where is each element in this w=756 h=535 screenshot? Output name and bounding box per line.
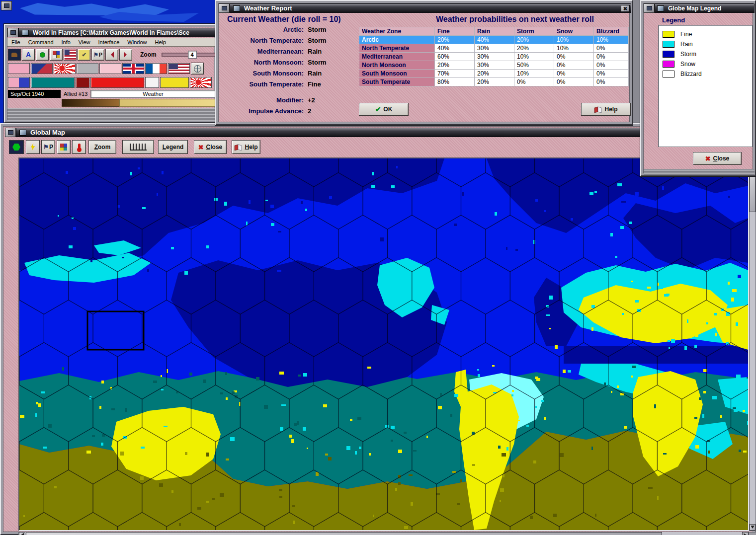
zoom-slider[interactable]: 4 bbox=[162, 53, 219, 57]
menu-command[interactable]: Command bbox=[24, 38, 58, 46]
close-map-button[interactable]: ✖ Close bbox=[194, 140, 227, 154]
zone-weather: Rain bbox=[308, 70, 322, 77]
flag-split-button[interactable] bbox=[8, 77, 30, 88]
map-horizontal-scrollbar[interactable] bbox=[18, 532, 749, 535]
weather-report-title: Weather Report bbox=[244, 4, 292, 12]
help-map-button[interactable]: Help bbox=[232, 140, 260, 154]
legend-button[interactable]: Legend bbox=[158, 140, 188, 154]
confirm-button[interactable]: ✔ bbox=[78, 49, 90, 61]
legend-close-button[interactable]: ✖ Close bbox=[693, 152, 742, 165]
production-flag-button[interactable]: ⚑ P bbox=[41, 140, 55, 154]
grid-toggle-button[interactable] bbox=[50, 49, 63, 61]
prob-cell: 30% bbox=[475, 44, 514, 53]
partisan-flag-button[interactable]: ⚑ P bbox=[91, 49, 104, 61]
menu-help[interactable]: Help bbox=[151, 38, 170, 46]
table-row-arctic: Arctic 20% 40% 20% 10% 10% bbox=[359, 36, 629, 44]
legend-titlebar[interactable]: Globe Map Legend bbox=[644, 3, 755, 13]
flag-lightpink-button[interactable] bbox=[99, 63, 121, 74]
scroll-right-button[interactable] bbox=[742, 532, 749, 535]
grid-button[interactable] bbox=[57, 140, 71, 154]
ok-button[interactable]: ✔ OK bbox=[359, 103, 409, 116]
flag-risingsun-button[interactable] bbox=[190, 77, 212, 88]
temperature-button[interactable] bbox=[72, 140, 86, 154]
close-button-label: Close bbox=[713, 155, 730, 162]
current-weather-row: South Monsoon:Rain bbox=[223, 70, 322, 80]
flag-yellow-button[interactable] bbox=[160, 77, 189, 88]
flag-japan-button[interactable] bbox=[54, 63, 76, 74]
flag-white-button[interactable] bbox=[145, 77, 159, 88]
menu-view[interactable]: View bbox=[75, 38, 94, 46]
zoom-button-label: Zoom bbox=[94, 144, 111, 151]
help-button[interactable]: Help bbox=[581, 103, 631, 116]
close-icon: ✖ bbox=[623, 6, 627, 11]
next-button[interactable] bbox=[119, 49, 132, 61]
zone-label: South Monsoon: bbox=[223, 70, 304, 77]
flag-red-button[interactable] bbox=[90, 77, 144, 88]
legend-heading: Legend bbox=[662, 16, 685, 24]
flag-usa-button[interactable] bbox=[168, 63, 190, 74]
grid-icon bbox=[53, 51, 60, 58]
weather-report-system-icon[interactable] bbox=[219, 3, 230, 13]
flag-uk-button[interactable] bbox=[122, 63, 144, 74]
prob-cell: 20% bbox=[435, 36, 475, 44]
wif-toolbar-row1: A ✔ ⚑ P Zoom 4 bbox=[8, 48, 219, 61]
convoy-button[interactable] bbox=[122, 140, 154, 154]
zone-cell: South Temperate bbox=[359, 78, 435, 86]
globe-icon bbox=[194, 65, 201, 73]
column-header: Snow bbox=[554, 27, 594, 36]
legend-button-label: Legend bbox=[163, 144, 184, 151]
weather-button[interactable] bbox=[26, 140, 40, 154]
units-display-button[interactable] bbox=[9, 140, 24, 154]
arrow-right-icon bbox=[744, 533, 749, 535]
units-button[interactable] bbox=[8, 49, 21, 61]
book-icon bbox=[234, 144, 242, 151]
wif-titlebar[interactable]: World in Flames [C:\Matrix Games\World i… bbox=[7, 27, 216, 38]
world-map-viewport[interactable] bbox=[18, 157, 749, 531]
menu-window[interactable]: Window bbox=[123, 38, 151, 46]
close-button-label: Close bbox=[206, 144, 223, 151]
menu-info[interactable]: Info bbox=[58, 38, 75, 46]
horizontal-scroll-thumb[interactable] bbox=[26, 532, 662, 535]
prob-cell: 60% bbox=[435, 53, 475, 61]
zone-label: Mediterranean: bbox=[223, 48, 304, 55]
current-weather-row: Mediterranean:Rain bbox=[223, 48, 322, 59]
prob-cell: 30% bbox=[475, 53, 514, 61]
zoom-button[interactable]: Zoom bbox=[88, 140, 116, 154]
legend-item-blizzard: Blizzard bbox=[663, 70, 702, 78]
close-icon: ✖ bbox=[198, 144, 204, 151]
flag-france-button[interactable] bbox=[145, 63, 167, 74]
weather-report-titlebar[interactable]: Weather Report ✖ bbox=[219, 3, 631, 13]
scroll-down-button[interactable] bbox=[750, 524, 756, 531]
flag-teal-button[interactable] bbox=[31, 77, 75, 88]
flag-gray-button[interactable] bbox=[77, 63, 98, 74]
wif-bottom-frame bbox=[7, 108, 216, 121]
wif-system-icon[interactable] bbox=[7, 28, 18, 37]
globe-map-legend-window: Globe Map Legend Legend Fine Rain Storm … bbox=[640, 0, 756, 176]
flag-crimson-button[interactable] bbox=[76, 77, 89, 88]
flag-us-button[interactable] bbox=[64, 49, 77, 61]
arrow-left-icon bbox=[108, 52, 114, 58]
current-weather-header: Current Weather (die roll = 10) bbox=[227, 15, 341, 24]
zone-label: Arctic: bbox=[223, 26, 304, 33]
background-window-system-icon[interactable] bbox=[1, 1, 12, 10]
status-dot-button[interactable] bbox=[36, 49, 49, 61]
prob-cell: 0% bbox=[594, 61, 629, 70]
scroll-left-button[interactable] bbox=[19, 532, 25, 535]
prob-cell: 0% bbox=[554, 53, 594, 61]
green-circle-icon bbox=[40, 52, 45, 58]
close-window-button[interactable]: ✖ bbox=[621, 5, 630, 12]
flag-pink-button[interactable] bbox=[8, 63, 30, 74]
text-button[interactable]: A bbox=[22, 49, 35, 61]
world-weather-map[interactable] bbox=[19, 158, 748, 530]
menu-file[interactable]: File bbox=[7, 38, 24, 46]
legend-system-icon[interactable] bbox=[644, 3, 655, 13]
previous-button[interactable] bbox=[105, 49, 118, 61]
globe-button[interactable] bbox=[191, 63, 204, 75]
flag-commonwealth-button[interactable] bbox=[31, 63, 53, 74]
ok-button-label: OK bbox=[383, 106, 392, 113]
global-map-system-icon[interactable] bbox=[5, 128, 16, 137]
zoom-slider-handle[interactable]: 4 bbox=[188, 51, 197, 59]
prob-cell: 10% bbox=[554, 44, 594, 53]
map-vertical-scrollbar[interactable] bbox=[749, 157, 756, 531]
menu-interface[interactable]: Interface bbox=[94, 38, 124, 46]
